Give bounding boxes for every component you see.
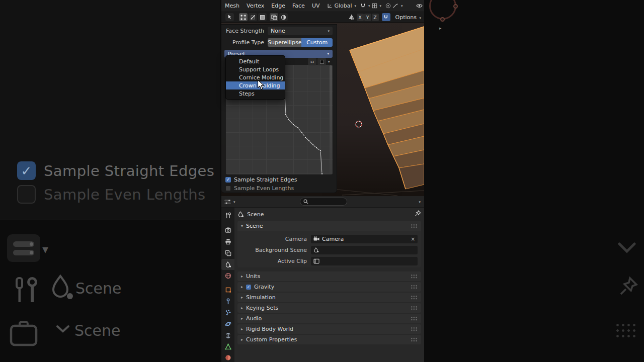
xray-toggle-button[interactable] [270, 13, 278, 21]
chevron-down-icon: ▾ [328, 60, 330, 64]
mirror-z-toggle[interactable]: Z [372, 14, 379, 21]
panel-drag-handle[interactable] [411, 327, 418, 331]
panel-rigid-body-world[interactable]: ▸ Rigid Body World [237, 324, 421, 334]
panel-drag-handle[interactable] [411, 285, 418, 289]
close-icon[interactable]: × [411, 236, 415, 242]
select-mode-edge-button[interactable] [249, 13, 257, 21]
object-data-icon [225, 343, 231, 350]
camera-icon [313, 236, 319, 241]
tab-scene[interactable] [221, 259, 234, 270]
panel-drag-handle[interactable] [411, 295, 418, 300]
material-icon [225, 354, 231, 361]
select-mode-vertex-button[interactable] [239, 13, 248, 21]
menu-edge[interactable]: Edge [268, 3, 289, 9]
curve-widget-scrollbar[interactable] [330, 65, 332, 174]
preset-option-cornice-molding[interactable]: Cornice Molding [226, 73, 285, 81]
preset-option-default[interactable]: Default [226, 57, 285, 65]
options-dropdown[interactable]: Options ▾ [395, 14, 421, 21]
scene-panel-header[interactable]: ▾ Scene [237, 221, 421, 231]
bg-checkbox-checked: ✓ [17, 161, 36, 180]
check-icon: ✓ [226, 177, 230, 182]
vertex-select-icon [240, 15, 246, 20]
bg-gizmo-axis-dot [453, 4, 458, 9]
scene-icon [225, 261, 231, 268]
scene-panel-body: Camera Camera × Background Scen [237, 231, 421, 267]
breadcrumb-scene[interactable]: Scene [247, 211, 264, 218]
flip-icon: ↔ [310, 59, 314, 64]
tab-world[interactable] [221, 270, 234, 281]
panel-audio[interactable]: ▸ Audio [237, 314, 421, 323]
tab-modifiers[interactable] [221, 296, 234, 307]
pin-button[interactable] [415, 210, 421, 218]
preset-popup-menu: Default Support Loops Cornice Molding Cr… [225, 55, 285, 100]
background-scene-field[interactable] [311, 246, 418, 254]
bg-chevron-icon [56, 325, 69, 333]
transform-orientation-dropdown[interactable]: Global ▾ [327, 3, 356, 9]
movie-clip-icon [313, 258, 319, 264]
flip-profile-button[interactable]: ↔ [308, 58, 316, 65]
face-strength-dropdown[interactable]: None ▾ [268, 27, 333, 35]
overlays-dropdown[interactable] [416, 3, 423, 9]
mirror-x-toggle[interactable]: X [357, 14, 364, 21]
active-tool-tweak-button[interactable] [225, 13, 234, 21]
search-input[interactable] [310, 199, 342, 205]
snapping-dropdown[interactable]: ▾ ▾ [360, 3, 381, 9]
camera-field[interactable]: Camera × [311, 235, 418, 243]
bg-sample-even-label: Sample Even Lengths [44, 186, 206, 203]
proportional-editing-dropdown[interactable]: ▾ [385, 3, 403, 9]
editor-type-button[interactable]: ▾ [224, 198, 235, 206]
profile-preset-swatch-button[interactable] [317, 58, 326, 65]
region-collapse-arrow-icon[interactable]: ▸ [439, 26, 442, 31]
tab-object[interactable] [221, 284, 234, 295]
tweak-cursor-icon [227, 14, 232, 20]
tab-view-layer[interactable] [221, 247, 234, 258]
preset-option-support-loops[interactable]: Support Loops [226, 65, 285, 73]
panel-gravity[interactable]: ▸ ✓ Gravity [237, 282, 421, 292]
profile-type-superellipse-button[interactable]: Superellipse [268, 38, 301, 47]
preset-option-crown-molding[interactable]: Crown Molding [226, 81, 285, 89]
panel-units[interactable]: ▸ Units [237, 272, 421, 281]
mirror-y-toggle[interactable]: Y [364, 14, 371, 21]
panel-drag-handle[interactable] [411, 306, 418, 310]
background-scene-label: Background Scene [237, 247, 311, 253]
tab-output[interactable] [221, 236, 234, 247]
face-strength-value: None [271, 28, 285, 34]
tab-object-data[interactable] [221, 341, 234, 352]
overlay-shading-button[interactable] [279, 13, 288, 21]
curve-control-points[interactable] [282, 65, 323, 174]
sample-even-checkbox[interactable] [225, 186, 231, 191]
tab-physics[interactable] [221, 318, 234, 329]
bg-chevron-down-icon: ▾ [42, 242, 48, 256]
tab-constraints[interactable] [221, 330, 234, 341]
physics-icon [225, 321, 231, 327]
properties-search-box[interactable] [300, 198, 347, 206]
panel-drag-handle[interactable] [411, 337, 418, 342]
header-chevron-down-icon[interactable]: ▾ [419, 200, 421, 204]
bg-sample-straight-row: ✓ Sample Straight Edges [17, 161, 214, 180]
panel-simulation[interactable]: ▸ Simulation [237, 293, 421, 302]
preset-option-steps[interactable]: Steps [226, 89, 285, 98]
active-clip-field[interactable] [311, 257, 418, 265]
panel-drag-handle[interactable] [411, 274, 418, 279]
tab-material[interactable] [221, 352, 234, 362]
menu-vertex[interactable]: Vertex [243, 3, 268, 9]
panel-keying-sets[interactable]: ▸ Keying Sets [237, 303, 421, 313]
camera-value: Camera [322, 236, 344, 242]
tab-particles[interactable] [221, 307, 234, 318]
tab-render[interactable] [221, 224, 234, 235]
mouse-cursor-icon [257, 79, 265, 90]
tab-tool[interactable] [221, 210, 234, 221]
panel-drag-handle[interactable] [411, 316, 418, 321]
sample-straight-checkbox[interactable]: ✓ [225, 177, 231, 183]
panel-custom-properties[interactable]: ▸ Custom Properties [237, 335, 421, 344]
menu-uv[interactable]: UV [308, 3, 324, 9]
profile-type-custom-button[interactable]: Custom [301, 38, 333, 47]
menu-mesh[interactable]: Mesh [221, 3, 243, 9]
profile-preset-widgets: ↔ ▾ [308, 58, 330, 65]
shading-icon [281, 15, 286, 20]
menu-face[interactable]: Face [289, 3, 308, 9]
snap-toggle-button[interactable] [382, 13, 390, 21]
select-mode-face-button[interactable] [258, 13, 267, 21]
gravity-checkbox[interactable]: ✓ [246, 285, 251, 290]
panel-drag-handle[interactable] [411, 224, 418, 228]
